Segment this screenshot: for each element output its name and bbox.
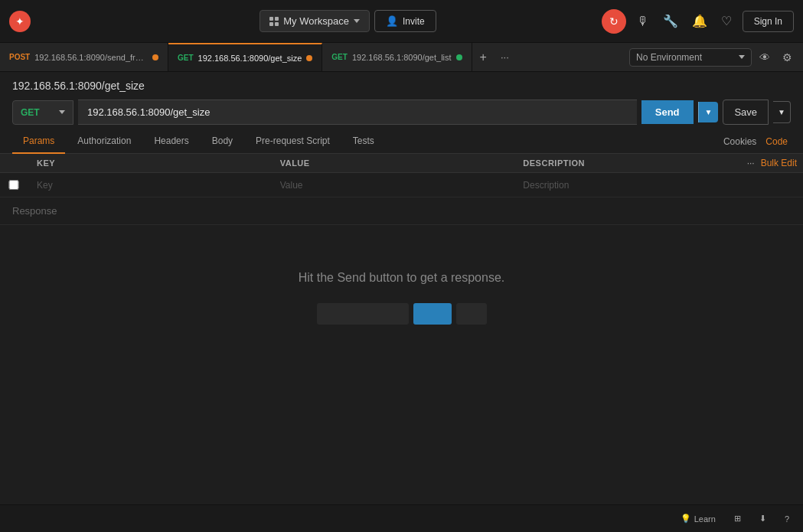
method-chevron-icon [59, 110, 65, 114]
url-bar: GET Send ▼ Save ▼ [0, 95, 803, 129]
gear-icon: ⚙ [782, 51, 792, 64]
app-logo: ✦ [9, 11, 31, 32]
tab-headers[interactable]: Headers [143, 129, 199, 154]
desc-input[interactable] [514, 175, 757, 195]
tab-get-get-list[interactable]: GET 192.168.56.1:8090/get_list [322, 43, 472, 71]
bulk-edit-button[interactable]: Bulk Edit [761, 158, 797, 168]
tab-url-label: 192.168.56.1:8090/send_from_... [34, 53, 148, 62]
bell-button[interactable]: 🔔 [689, 11, 710, 31]
workspace-button[interactable]: My Workspace [260, 10, 370, 32]
mic-icon: 🎙 [637, 15, 649, 28]
send-chevron-icon: ▼ [705, 108, 713, 116]
tab-dot [152, 54, 158, 60]
chevron-down-icon [354, 19, 360, 23]
layout-button[interactable]: ⊞ [730, 511, 746, 527]
more-tabs-button[interactable]: ··· [495, 43, 515, 71]
col-key-header: KEY [28, 154, 271, 172]
row-checkbox[interactable] [0, 180, 28, 190]
bottom-bar: 💡 Learn ⊞ ⬇ ? [0, 504, 803, 532]
response-label: Response [12, 205, 57, 217]
more-options-icon: ··· [747, 158, 755, 168]
row-checkbox-cell [0, 180, 28, 190]
params-row [0, 173, 803, 197]
save-button[interactable]: Save [723, 100, 769, 125]
heart-icon: ♡ [721, 14, 732, 28]
tab-dot [456, 54, 462, 60]
tab-get-get-size[interactable]: GET 192.168.56.1:8090/get_size [168, 43, 322, 71]
col-actions-header: ··· Bulk Edit [757, 158, 803, 168]
sign-in-button[interactable]: Sign In [743, 11, 794, 32]
request-title: 192.168.56.1:8090/get_size [0, 72, 803, 95]
heart-button[interactable]: ♡ [718, 11, 735, 31]
tab-method-label: POST [9, 53, 30, 61]
response-placeholder-text: Hit the Send button to get a response. [299, 271, 505, 285]
params-table-header: KEY VALUE DESCRIPTION ··· Bulk Edit [0, 154, 803, 173]
graphic-bar-3 [456, 303, 487, 325]
tab-url-label: 192.168.56.1:8090/get_size [198, 54, 302, 63]
top-bar-right: ↻ 🎙 🔧 🔔 ♡ Sign In [595, 9, 794, 34]
mic-button[interactable]: 🎙 [634, 11, 652, 31]
response-graphic [317, 303, 487, 325]
key-input[interactable] [28, 175, 271, 195]
main-content: 192.168.56.1:8090/get_size GET Send ▼ Sa… [0, 72, 803, 355]
send-dropdown-button[interactable]: ▼ [698, 102, 719, 122]
tab-method-label: GET [331, 53, 348, 61]
url-input[interactable] [78, 100, 637, 125]
env-selector-area: No Environment 👁 ⚙ [623, 43, 803, 71]
cookies-button[interactable]: Cookies [720, 130, 759, 153]
response-label-area: Response [0, 197, 803, 225]
learn-button[interactable]: 💡 Learn [676, 511, 720, 527]
request-tabs: Params Authorization Headers Body Pre-re… [0, 129, 803, 154]
env-chevron-icon [739, 55, 745, 59]
env-dropdown[interactable]: No Environment [629, 48, 752, 67]
layout-icon: ⊞ [734, 514, 741, 524]
top-bar-center: My Workspace 👤 Invite [260, 10, 436, 32]
tabs-env-bar: POST 192.168.56.1:8090/send_from_... GET… [0, 43, 803, 72]
eye-icon: 👁 [759, 51, 770, 64]
workspace-label: My Workspace [283, 15, 349, 27]
req-tabs-right: Cookies Code [720, 130, 791, 153]
col-desc-header: DESCRIPTION [514, 154, 757, 172]
lightbulb-icon: 💡 [681, 514, 691, 524]
graphic-bar-1 [317, 303, 409, 325]
tabs-container: POST 192.168.56.1:8090/send_from_... GET… [0, 43, 623, 71]
person-plus-icon: 👤 [386, 15, 398, 27]
tab-pre-request-script[interactable]: Pre-request Script [245, 129, 341, 154]
graphic-bar-2 [413, 303, 452, 325]
wrench-button[interactable]: 🔧 [660, 11, 681, 31]
help-icon: ? [785, 514, 789, 524]
add-tab-button[interactable]: + [472, 43, 495, 71]
row-value-cell [271, 175, 514, 195]
env-gear-button[interactable]: ⚙ [778, 48, 797, 67]
download-button[interactable]: ⬇ [755, 511, 771, 527]
invite-button[interactable]: 👤 Invite [374, 10, 436, 32]
response-placeholder: Hit the Send button to get a response. [0, 225, 803, 355]
download-icon: ⬇ [759, 514, 766, 524]
grid-icon [269, 17, 279, 26]
env-eye-button[interactable]: 👁 [755, 48, 775, 67]
tab-body[interactable]: Body [201, 129, 243, 154]
top-bar: ✦ My Workspace 👤 Invite ↻ 🎙 🔧 🔔 ♡ [0, 0, 803, 43]
col-value-header: VALUE [271, 154, 514, 172]
wrench-icon: 🔧 [663, 14, 678, 28]
sync-icon: ↻ [609, 15, 619, 28]
send-button[interactable]: Send [641, 100, 694, 124]
tab-method-label: GET [178, 54, 194, 62]
sync-button[interactable]: ↻ [602, 9, 626, 34]
tab-params[interactable]: Params [12, 129, 65, 154]
row-desc-cell [514, 175, 757, 195]
tab-post-send-from[interactable]: POST 192.168.56.1:8090/send_from_... [0, 43, 168, 71]
help-button[interactable]: ? [780, 511, 794, 527]
save-dropdown-button[interactable]: ▼ [773, 101, 791, 123]
save-chevron-icon: ▼ [778, 108, 785, 116]
tab-tests[interactable]: Tests [342, 129, 385, 154]
tab-dot [306, 55, 312, 61]
bell-icon: 🔔 [692, 14, 707, 28]
code-button[interactable]: Code [762, 130, 791, 153]
top-bar-left: ✦ [9, 11, 101, 32]
method-select[interactable]: GET [12, 100, 73, 125]
tab-authorization[interactable]: Authorization [67, 129, 142, 154]
tab-url-label: 192.168.56.1:8090/get_list [352, 53, 452, 62]
value-input[interactable] [271, 175, 514, 195]
row-key-cell [28, 175, 271, 195]
